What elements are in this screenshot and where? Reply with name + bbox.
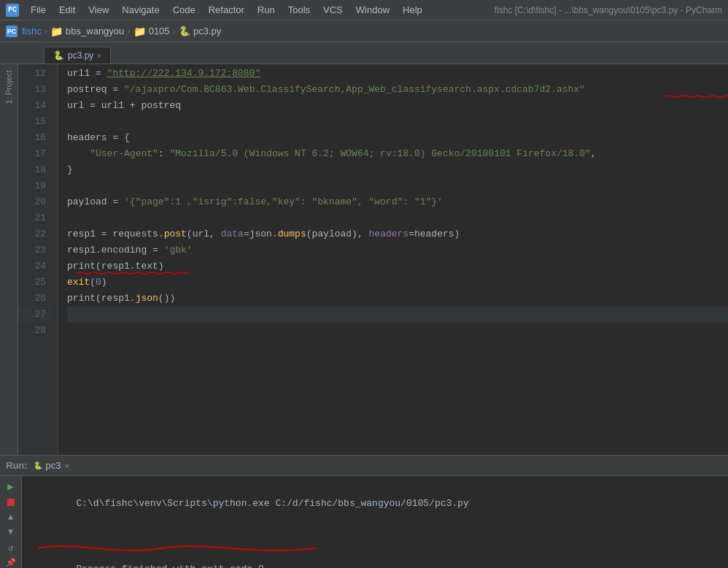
line-num-14: 14 (18, 98, 52, 114)
run-tab-label: pc3 (46, 460, 61, 471)
tab-file-icon: 🐍 (53, 50, 64, 61)
code-line-16: headers = { (67, 130, 728, 146)
run-up-button[interactable]: ▲ (4, 513, 18, 523)
window-title: fishc [C:\d\fishc] - ...\bbs_wangyou\010… (495, 5, 722, 15)
output-cmd-text: C:\d\fishc\venv\Scripts\python.exe C:/d/… (76, 498, 468, 509)
run-sidebar: ▶ ▲ ▼ ↺ 📌 (0, 476, 22, 568)
code-line-23: resp1.encoding = 'gbk' (67, 242, 728, 258)
breadcrumb-sep1: › (44, 26, 47, 37)
rerun-icon: ↺ (8, 542, 13, 553)
arrow-up-icon: ▲ (8, 513, 13, 523)
line-num-16: 16 (18, 130, 52, 146)
run-tab-bar: Run: 🐍 pc3 × (0, 456, 728, 476)
run-panel: Run: 🐍 pc3 × ▶ ▲ ▼ ↺ 📌 (0, 455, 728, 568)
line-num-20: 20 (18, 194, 52, 210)
line-num-12: 12 (18, 66, 52, 82)
output-cmd-line: C:\d\fishc\venv\Scripts\python.exe C:/d/… (31, 482, 719, 526)
line-numbers: 12 13 14 15 16 17 18 19 20 21 22 23 24 2… (18, 64, 58, 455)
breadcrumb-sep2: › (127, 26, 130, 37)
run-output: C:\d\fishc\venv\Scripts\python.exe C:/d/… (22, 476, 728, 568)
menu-bar: PC File Edit View Navigate Code Refactor… (0, 0, 728, 20)
code-line-12: url1 = "http://222.134.9.172:8080" (67, 66, 728, 82)
menu-tools[interactable]: Tools (282, 3, 316, 17)
code-line-27 (67, 307, 728, 323)
run-stop-button[interactable] (4, 497, 18, 508)
code-line-14: url = url1 + postreq (67, 98, 728, 114)
code-line-22: resp1 = requests.post(url, data=json.dum… (67, 226, 728, 242)
code-area[interactable]: url1 = "http://222.134.9.172:8080" postr… (58, 64, 728, 455)
run-content: ▶ ▲ ▼ ↺ 📌 C:\d\fishc\venv\Scripts\python… (0, 476, 728, 568)
app-small-icon: PC (6, 26, 18, 37)
tab-bar: 🐍 pc3.py × (0, 42, 728, 64)
menu-vcs[interactable]: VCS (317, 3, 349, 17)
line-num-18: 18 (18, 162, 52, 178)
pin-icon: 📌 (6, 558, 16, 567)
tab-label: pc3.py (68, 50, 93, 61)
editor-area: 12 13 14 15 16 17 18 19 20 21 22 23 24 2… (18, 64, 728, 455)
line-num-19: 19 (18, 178, 52, 194)
code-line-20: payload = '{"page":1 ,"isrig":false,"key… (67, 194, 728, 210)
app-icon: PC (6, 4, 19, 17)
menu-view[interactable]: View (82, 3, 115, 17)
folder-icon-2: 📁 (133, 26, 146, 37)
code-line-17: "User-Agent": "Mozilla/5.0 (Windows NT 6… (67, 146, 728, 162)
line-num-23: 23 (18, 242, 52, 258)
menu-file[interactable]: File (25, 3, 52, 17)
menu-help[interactable]: Help (397, 3, 428, 17)
code-line-24: print(resp1.text) (67, 258, 728, 275)
code-line-28 (67, 323, 728, 339)
breadcrumb-folder2[interactable]: 0105 (149, 26, 170, 37)
line-num-15: 15 (18, 114, 52, 130)
run-tab[interactable]: 🐍 pc3 × (34, 460, 69, 471)
menu-code[interactable]: Code (167, 3, 201, 17)
breadcrumb-folder1[interactable]: bbs_wangyou (66, 26, 124, 37)
run-tab-python-icon: 🐍 (34, 461, 42, 469)
file-icon: 🐍 (179, 26, 190, 37)
line-num-13: 13 (18, 82, 52, 98)
breadcrumb-sep3: › (173, 26, 176, 37)
app-icon-label: PC (8, 6, 17, 14)
menu-window[interactable]: Window (350, 3, 395, 17)
code-line-13: postreq = "/ajaxpro/Com.BC863.Web.Classi… (67, 82, 728, 98)
menu-edit[interactable]: Edit (53, 3, 81, 17)
line-num-26: 26 (18, 291, 52, 307)
breadcrumb-root: fishc (22, 26, 42, 37)
root-label[interactable]: fishc (22, 26, 42, 37)
run-tab-close[interactable]: × (65, 461, 69, 470)
run-rerun-button[interactable]: ↺ (4, 542, 18, 553)
output-result-text: Process finished with exit code 0 (76, 564, 263, 568)
play-icon: ▶ (7, 480, 13, 493)
stop-icon (7, 499, 15, 506)
run-pin-button[interactable]: 📌 (4, 558, 18, 569)
project-sidebar: 1: Project (0, 64, 18, 455)
code-line-18: } (67, 162, 728, 178)
breadcrumb-bar: PC fishc › 📁 bbs_wangyou › 📁 0105 › 🐍 pc… (0, 20, 728, 42)
line-num-28: 28 (18, 323, 52, 339)
run-label: Run: (6, 460, 28, 471)
menu-navigate[interactable]: Navigate (116, 3, 165, 17)
menu-refactor[interactable]: Refactor (203, 3, 250, 17)
run-down-button[interactable]: ▼ (4, 527, 18, 538)
tab-close-button[interactable]: × (97, 52, 101, 60)
code-line-21 (67, 210, 728, 226)
sidebar-project-label[interactable]: 1: Project (3, 67, 15, 107)
line-num-22: 22 (18, 226, 52, 242)
code-line-19 (67, 178, 728, 194)
breadcrumb-file[interactable]: pc3.py (193, 26, 221, 37)
folder-icon-1: 📁 (50, 26, 63, 37)
line-num-24: 24 (18, 258, 52, 275)
arrow-down-icon: ▼ (8, 527, 13, 537)
line-num-27: 27 (18, 307, 52, 323)
code-line-26: print(resp1.json()) (67, 291, 728, 307)
line-num-25: 25 (18, 275, 52, 291)
line-num-17: 17 (18, 146, 52, 162)
red-curve-annotation (31, 537, 337, 559)
code-line-15 (67, 114, 728, 130)
tab-pc3[interactable]: 🐍 pc3.py × (44, 47, 111, 64)
line-num-21: 21 (18, 210, 52, 226)
menu-run[interactable]: Run (252, 3, 281, 17)
run-play-button[interactable]: ▶ (4, 480, 18, 493)
code-line-25: exit(0) (67, 275, 728, 291)
